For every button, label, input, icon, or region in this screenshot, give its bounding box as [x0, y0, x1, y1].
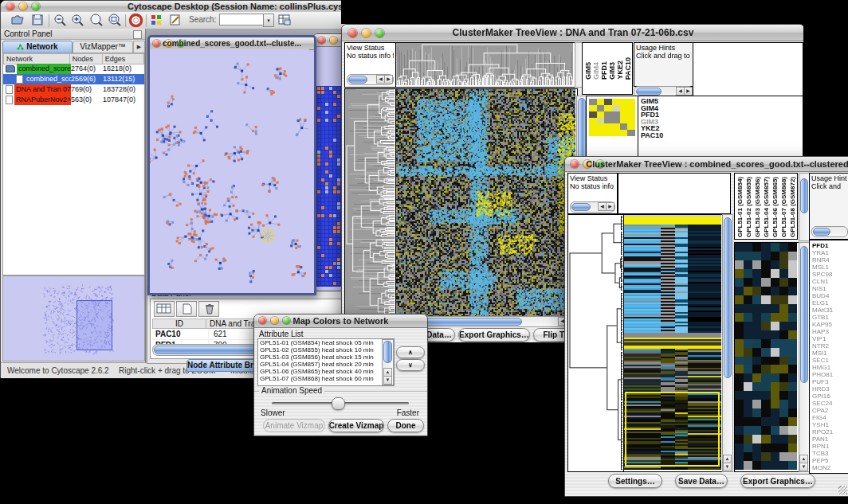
gene-label[interactable]: GTB1	[812, 314, 848, 321]
move-up-button[interactable]: ∧	[396, 346, 425, 358]
export-graphics-button[interactable]: Export Graphics…	[458, 328, 530, 342]
done-button[interactable]: Done	[387, 419, 424, 432]
gene-label[interactable]: GPI16	[812, 393, 848, 400]
attribute-list-scrollbar[interactable]: ▲▼	[382, 339, 394, 385]
attribute-list-item[interactable]: GPL51-03 (GSM856) heat shock 15 min	[258, 354, 394, 361]
float-panel-icon[interactable]	[133, 30, 142, 39]
gene-label[interactable]: PHO81	[812, 371, 848, 378]
gene-label[interactable]: YSH1	[812, 421, 848, 428]
row-dendrogram-panel[interactable]	[567, 214, 625, 472]
treeview-dna-titlebar[interactable]: ClusterMaker TreeView : DNA and Tran 07-…	[342, 25, 804, 41]
attribute-list-item[interactable]: GPL51-02 (GSM855) heat shock 10 min	[258, 346, 394, 354]
animation-speed-slider-thumb[interactable]	[332, 397, 345, 410]
row-dendrogram-panel[interactable]	[344, 88, 397, 321]
zoomed-heatmap-canvas[interactable]	[735, 243, 797, 470]
gene-label[interactable]: SEC24	[812, 400, 848, 407]
attribute-list-item[interactable]: GPL51-04 (GSM857) heat shock 20 min	[258, 361, 394, 368]
treeview-combined-titlebar[interactable]: ClusterMaker TreeView : combined_scores_…	[565, 157, 848, 172]
gene-label[interactable]: HMG1	[812, 364, 848, 371]
gene-label[interactable]: HRD3	[812, 385, 848, 393]
gene-label[interactable]: RNR4	[812, 256, 848, 264]
gene-label[interactable]: MAK31	[812, 307, 848, 314]
gene-label[interactable]: KAP95	[812, 321, 848, 328]
gene-label[interactable]: NIS1	[812, 285, 848, 292]
network-graph-canvas[interactable]	[150, 49, 309, 288]
gene-label[interactable]: ELG1	[812, 299, 848, 307]
sample-column-label[interactable]: GPL51-02 (GSM855)	[745, 177, 754, 237]
gene-label[interactable]: NTR2	[812, 342, 848, 350]
heatmap-panel[interactable]	[395, 88, 578, 321]
gene-label[interactable]: PUF3	[812, 378, 848, 385]
zoom-in-button[interactable]	[71, 14, 85, 27]
create-vizmap-button[interactable]: Create Vizmap	[328, 419, 384, 432]
move-down-button[interactable]: ∨	[396, 359, 425, 371]
gene-label[interactable]: TCB3	[812, 450, 848, 457]
similarity-matrix-canvas[interactable]	[589, 99, 635, 136]
annotation-tool-icon[interactable]	[169, 14, 183, 26]
gene-label[interactable]: RPN1	[812, 443, 848, 450]
table-mode-icon[interactable]	[154, 301, 175, 317]
gene-label[interactable]: MON2	[812, 464, 848, 471]
sample-column-label[interactable]: GPL51-03 (GSM856)	[754, 177, 763, 237]
attribute-table-icon[interactable]	[278, 14, 291, 25]
network-overview-panel[interactable]	[2, 275, 145, 361]
heatmap-vscroll-thumb[interactable]	[724, 217, 732, 378]
dense-network-grid-canvas[interactable]	[316, 86, 344, 287]
network-table-header[interactable]: Network Nodes Edges	[3, 53, 144, 64]
export-graphics-button[interactable]: Export Graphics…	[740, 474, 815, 488]
gene-label[interactable]: MSL1	[812, 264, 848, 271]
resize-grip[interactable]	[838, 486, 847, 494]
new-attribute-icon[interactable]	[176, 301, 197, 317]
matrix-column-label[interactable]: YKE2	[616, 61, 624, 80]
settings-button[interactable]: Settings…	[608, 474, 662, 488]
network-table-row[interactable]: DNA and Tran 07 769(0) 183728(0)	[3, 84, 144, 95]
gene-label[interactable]: SPC98	[812, 271, 848, 278]
gene-label[interactable]: RPO21	[812, 428, 848, 436]
row-dendrogram-canvas[interactable]	[568, 215, 622, 470]
zoomed-heatmap-panel[interactable]	[734, 242, 799, 472]
tab-overflow-arrow[interactable]: ▶	[133, 41, 145, 53]
column-dendrogram-panel[interactable]	[395, 42, 575, 88]
sample-column-label[interactable]: GPL51-06 (GSM865)	[771, 177, 780, 237]
labels-vscrollbar[interactable]	[799, 173, 810, 241]
heatmap-canvas[interactable]	[396, 89, 575, 318]
matrix-column-label[interactable]: GIM3	[608, 62, 616, 80]
vizmapper-tool-icon[interactable]	[151, 14, 163, 25]
sample-column-label[interactable]: GPL51-08 (GSM872)	[789, 177, 798, 237]
zoom-fit-button[interactable]	[108, 14, 123, 27]
gene-label[interactable]: PAN1	[812, 436, 848, 443]
sample-column-label[interactable]: GPL51-04 (GSM857)	[763, 177, 771, 237]
search-dropdown-arrow[interactable]: ▾	[263, 14, 274, 27]
node-attribute-browser-tab[interactable]: Node Attribute Brows	[186, 359, 258, 372]
view-status-hscrollbar[interactable]: ◀▶	[570, 201, 615, 213]
animate-vizmap-button[interactable]: Animate Vizmap	[263, 419, 325, 432]
attribute-list[interactable]: GPL51-01 (GSM854) heat shock 05 minGPL51…	[257, 338, 395, 386]
gene-label[interactable]: HAP3	[812, 328, 848, 335]
expression-heatmap-panel[interactable]	[623, 214, 724, 472]
close-button[interactable]	[318, 37, 325, 44]
help-lifesaver-icon[interactable]	[129, 14, 143, 27]
gene-label[interactable]: SEC1	[812, 357, 848, 364]
gene-label[interactable]: FIG4	[812, 414, 848, 421]
heatmap-vscrollbar[interactable]: ▲▼	[722, 214, 733, 472]
attribute-list-item[interactable]: GPL51-07 (GSM868) heat shock 60 min	[258, 375, 394, 382]
dialog-titlebar[interactable]: Map Colors to Network	[254, 315, 427, 328]
gene-label[interactable]: PEP5	[812, 457, 848, 464]
network-table-row[interactable]: combined_sco 2569(6) 13112(15)	[3, 74, 144, 84]
usage-hints-hscrollbar[interactable]	[811, 226, 848, 237]
expression-heatmap-canvas[interactable]	[624, 215, 721, 470]
zoomed-vscrollbar[interactable]: ▲▼	[799, 242, 810, 472]
sample-column-label[interactable]: GPL51-01 (GSM854)	[736, 177, 745, 237]
heatmap-vscroll-thumb[interactable]	[578, 98, 586, 160]
tab-vizmapper[interactable]: VizMapper™	[73, 41, 133, 53]
tab-network[interactable]: Network	[2, 41, 73, 53]
save-button[interactable]	[31, 14, 44, 26]
network1-titlebar[interactable]: combined_scores_good.txt--cluste...	[150, 37, 314, 50]
gene-label[interactable]: PFD1	[812, 242, 848, 249]
gene-label[interactable]: CPA2	[812, 407, 848, 414]
zoom-out-button[interactable]	[53, 14, 68, 27]
gene-label[interactable]: YRA1	[812, 249, 848, 256]
gene-label[interactable]: MSI1	[812, 350, 848, 357]
zoom-selected-button[interactable]	[89, 14, 104, 27]
delete-attribute-trash-icon[interactable]	[198, 301, 219, 317]
